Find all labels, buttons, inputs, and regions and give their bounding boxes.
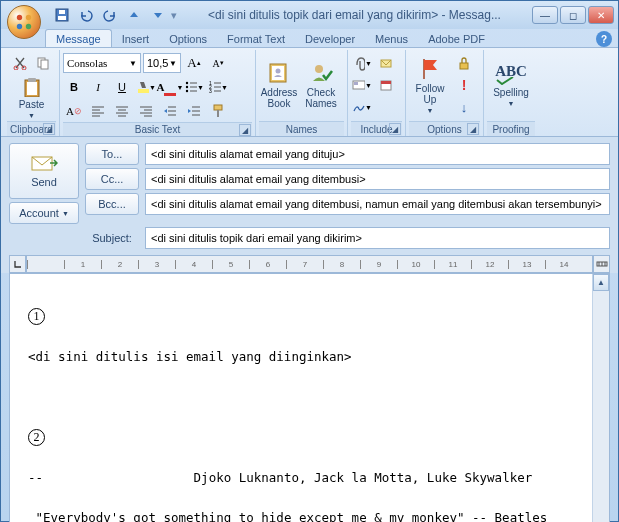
group-include: ▼ ▼ ▼ Include◢: [348, 50, 406, 136]
maximize-button[interactable]: ◻: [560, 6, 586, 24]
numbering-button[interactable]: 123▼: [207, 76, 229, 98]
address-book-label: Address Book: [261, 87, 298, 109]
format-painter-button[interactable]: [207, 100, 229, 122]
to-field[interactable]: [145, 143, 610, 165]
tab-format-text[interactable]: Format Text: [217, 30, 295, 47]
italic-button[interactable]: I: [87, 76, 109, 98]
cc-field[interactable]: [145, 168, 610, 190]
qat-prev-item-button[interactable]: [123, 5, 145, 25]
follow-up-button[interactable]: Follow Up ▼: [409, 52, 451, 118]
qat-save-button[interactable]: [51, 5, 73, 25]
message-body-editor[interactable]: 1 <di sini ditulis isi email yang diingi…: [10, 274, 592, 522]
copy-button[interactable]: [32, 52, 54, 74]
options-launcher[interactable]: ◢: [467, 123, 479, 135]
minimize-button[interactable]: ―: [532, 6, 558, 24]
low-importance-button[interactable]: ↓: [453, 96, 475, 118]
grow-font-button[interactable]: A▴: [183, 52, 205, 74]
tab-menus[interactable]: Menus: [365, 30, 418, 47]
tab-developer[interactable]: Developer: [295, 30, 365, 47]
close-button[interactable]: ✕: [588, 6, 614, 24]
group-label-names: Names: [286, 124, 318, 135]
permission-button[interactable]: [453, 52, 475, 74]
group-options: Follow Up ▼ ! ↓ Options◢: [406, 50, 484, 136]
vertical-scrollbar[interactable]: ▲ ▼ ◦ ● ◦: [592, 274, 609, 522]
calendar-button[interactable]: [375, 74, 397, 96]
font-size-selector[interactable]: 10,5▼: [143, 53, 181, 73]
underline-button[interactable]: U: [111, 76, 133, 98]
spelling-label: Spelling: [493, 87, 529, 98]
group-label-options: Options: [427, 124, 461, 135]
bullets-button[interactable]: ▼: [183, 76, 205, 98]
clipboard-icon: [22, 77, 42, 97]
signature-button[interactable]: ▼: [351, 96, 373, 118]
svg-rect-46: [217, 110, 219, 117]
svg-rect-6: [59, 10, 65, 14]
tab-selector[interactable]: [9, 255, 26, 273]
tab-insert[interactable]: Insert: [112, 30, 160, 47]
business-card-button[interactable]: ▼: [351, 74, 373, 96]
cut-button[interactable]: [9, 52, 31, 74]
group-names: Address Book Check Names Names: [256, 50, 348, 136]
increase-indent-button[interactable]: [183, 100, 205, 122]
align-left-button[interactable]: [87, 100, 109, 122]
window-controls: ― ◻ ✕: [532, 6, 614, 24]
qat-undo-button[interactable]: [75, 5, 97, 25]
svg-point-15: [186, 82, 188, 84]
tab-message[interactable]: Message: [45, 29, 112, 47]
follow-up-label: Follow Up: [416, 83, 445, 105]
office-button[interactable]: [7, 5, 41, 39]
align-center-button[interactable]: [111, 100, 133, 122]
bcc-button[interactable]: Bcc...: [85, 193, 139, 215]
check-names-icon: [309, 61, 333, 85]
help-button[interactable]: ?: [596, 31, 612, 47]
svg-rect-53: [354, 82, 358, 85]
subject-field[interactable]: [145, 227, 610, 249]
shrink-font-button[interactable]: A▾: [207, 52, 229, 74]
svg-rect-13: [28, 78, 36, 82]
send-button[interactable]: Send: [9, 143, 79, 199]
account-button[interactable]: Account▼: [9, 202, 79, 224]
paste-label: Paste: [19, 99, 45, 110]
send-label: Send: [31, 176, 57, 188]
scroll-up-button[interactable]: ▲: [593, 274, 609, 291]
ruler-toggle[interactable]: [593, 255, 610, 273]
svg-rect-14: [138, 89, 149, 93]
svg-rect-12: [27, 82, 37, 95]
spelling-button[interactable]: ABC Spelling ▼: [487, 52, 535, 118]
basic-text-launcher[interactable]: ◢: [239, 124, 251, 136]
clipboard-launcher[interactable]: ◢: [43, 123, 55, 135]
address-book-button[interactable]: Address Book: [259, 52, 299, 118]
address-book-icon: [267, 61, 291, 85]
spelling-icon: ABC: [495, 63, 527, 85]
outlook-compose-window: ▾ <di sini ditulis topik dari email yang…: [0, 0, 619, 522]
cc-button[interactable]: Cc...: [85, 168, 139, 190]
ribbon-tabs: Message Insert Options Format Text Devel…: [1, 29, 618, 47]
font-name-selector[interactable]: Consolas▼: [63, 53, 141, 73]
bcc-field[interactable]: [145, 193, 610, 215]
qat-next-item-button[interactable]: [147, 5, 169, 25]
font-color-button[interactable]: A▼: [159, 76, 181, 98]
attach-item-button[interactable]: [375, 52, 397, 74]
check-names-button[interactable]: Check Names: [301, 52, 341, 118]
clear-formatting-button[interactable]: A⊘: [63, 100, 85, 122]
svg-rect-57: [460, 63, 468, 69]
svg-point-0: [17, 15, 22, 20]
svg-point-49: [276, 69, 281, 74]
qat-redo-button[interactable]: [99, 5, 121, 25]
message-header: Send Account▼ To... Cc... Bcc...: [1, 137, 618, 253]
attach-file-button[interactable]: ▼: [351, 52, 373, 74]
horizontal-ruler[interactable]: 1234567891011121314: [26, 255, 593, 273]
tab-options[interactable]: Options: [159, 30, 217, 47]
decrease-indent-button[interactable]: [159, 100, 181, 122]
highlight-button[interactable]: ▼: [135, 76, 157, 98]
include-launcher[interactable]: ◢: [389, 123, 401, 135]
chevron-down-icon: ▼: [28, 112, 35, 119]
titlebar: ▾ <di sini ditulis topik dari email yang…: [1, 1, 618, 29]
flag-icon: [419, 57, 441, 81]
tab-adobe-pdf[interactable]: Adobe PDF: [418, 30, 495, 47]
align-right-button[interactable]: [135, 100, 157, 122]
bold-button[interactable]: B: [63, 76, 85, 98]
high-importance-button[interactable]: !: [453, 74, 475, 96]
paste-button[interactable]: Paste ▼: [12, 76, 52, 120]
to-button[interactable]: To...: [85, 143, 139, 165]
